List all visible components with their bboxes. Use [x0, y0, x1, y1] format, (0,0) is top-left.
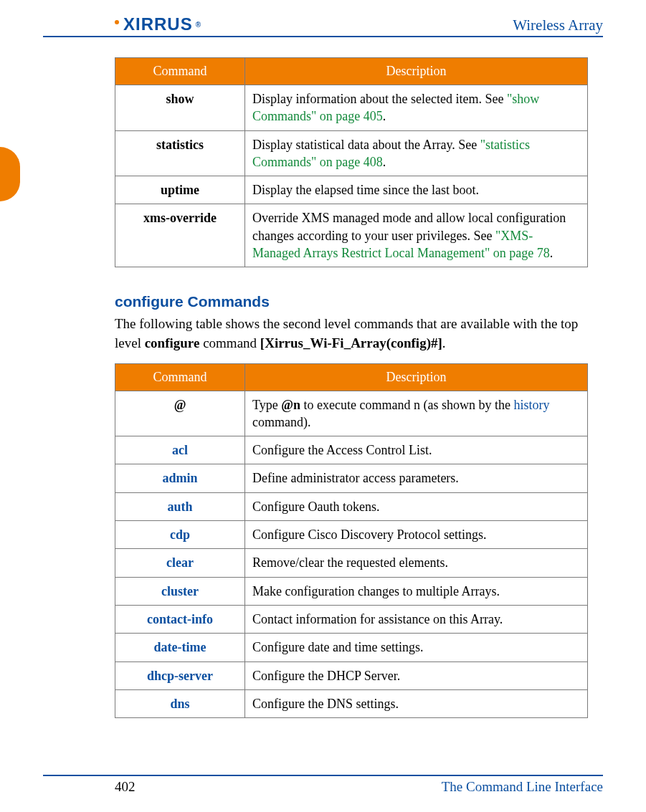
command-desc: Define administrator access parameters.	[245, 464, 588, 492]
page-header: XIRRUS ® Wireless Array	[43, 14, 603, 37]
table2-header-description: Description	[245, 363, 588, 391]
section-tab-marker	[0, 147, 20, 201]
table-row: cluster Make configuration changes to mu…	[115, 577, 588, 605]
command-desc: Configure Cisco Discovery Protocol setti…	[245, 521, 588, 549]
table-row: contact-info Contact information for ass…	[115, 605, 588, 633]
inline-link[interactable]: history	[513, 398, 549, 412]
table2-header-command: Command	[115, 363, 245, 391]
table-row: auth Configure Oauth tokens.	[115, 492, 588, 520]
command-desc: Configure the Access Control List.	[245, 436, 588, 464]
command-desc: Remove/clear the requested elements.	[245, 549, 588, 577]
command-desc: Display statistical data about the Array…	[245, 130, 588, 176]
command-name: show	[115, 85, 245, 131]
page-footer: 402 The Command Line Interface	[43, 775, 603, 795]
intro-bold: [Xirrus_Wi-Fi_Array(config)#]	[260, 335, 442, 350]
desc-text: Display statistical data about the Array…	[252, 138, 480, 152]
command-name-link[interactable]: auth	[115, 492, 245, 520]
command-desc: Override XMS managed mode and allow loca…	[245, 204, 588, 267]
registered-icon: ®	[196, 21, 201, 29]
table-row: dhcp-server Configure the DHCP Server.	[115, 661, 588, 689]
command-name: xms-override	[115, 204, 245, 267]
intro-text: .	[442, 335, 446, 350]
brand-logo: XIRRUS ®	[115, 14, 201, 34]
table-row: date-time Configure date and time settin…	[115, 634, 588, 661]
desc-text: Type	[252, 398, 281, 412]
logo-dot-icon	[115, 20, 119, 24]
desc-text: command).	[252, 415, 310, 429]
commands-table-2: Command Description @ Type @n to execute…	[115, 363, 588, 719]
command-name: statistics	[115, 130, 245, 176]
table-row: admin Define administrator access parame…	[115, 464, 588, 492]
footer-chapter-title: The Command Line Interface	[442, 779, 603, 795]
command-desc: Configure Oauth tokens.	[245, 492, 588, 520]
command-desc: Type @n to execute command n (as shown b…	[245, 391, 588, 436]
desc-text: .	[383, 109, 386, 123]
command-name-link[interactable]: cluster	[115, 577, 245, 605]
table-row: clear Remove/clear the requested element…	[115, 549, 588, 577]
command-name-link[interactable]: contact-info	[115, 605, 245, 633]
command-desc: Contact information for assistance on th…	[245, 605, 588, 633]
command-name-link[interactable]: acl	[115, 436, 245, 464]
table-row: acl Configure the Access Control List.	[115, 436, 588, 464]
section-intro: The following table shows the second lev…	[115, 315, 603, 353]
table-row: show Display information about the selec…	[115, 85, 588, 131]
desc-text: Display information about the selected i…	[252, 92, 507, 106]
command-name-link[interactable]: date-time	[115, 634, 245, 661]
section-heading: configure Commands	[115, 293, 603, 310]
desc-text: .	[550, 246, 554, 260]
command-name-link[interactable]: cdp	[115, 521, 245, 549]
table-row: @ Type @n to execute command n (as shown…	[115, 391, 588, 436]
command-name-link[interactable]: admin	[115, 464, 245, 492]
desc-text: to execute command n (as shown by the	[300, 398, 513, 412]
desc-text: .	[383, 155, 386, 169]
footer-page-number: 402	[115, 779, 136, 795]
desc-bold: @n	[281, 398, 300, 412]
page-content: Command Description show Display informa…	[43, 57, 603, 718]
table1-header-command: Command	[115, 58, 245, 85]
table-row: dns Configure the DNS settings.	[115, 689, 588, 717]
commands-table-1: Command Description show Display informa…	[115, 57, 588, 267]
command-desc: Display information about the selected i…	[245, 85, 588, 131]
page: XIRRUS ® Wireless Array Command Descript…	[0, 0, 646, 812]
command-desc: Configure date and time settings.	[245, 634, 588, 661]
command-name-link[interactable]: dns	[115, 689, 245, 717]
intro-bold: configure	[145, 335, 200, 350]
table1-header-description: Description	[245, 58, 588, 85]
command-desc: Display the elapsed time since the last …	[245, 176, 588, 204]
command-desc: Configure the DHCP Server.	[245, 661, 588, 689]
table-row: cdp Configure Cisco Discovery Protocol s…	[115, 521, 588, 549]
table-row: xms-override Override XMS managed mode a…	[115, 204, 588, 267]
logo-text: XIRRUS	[123, 14, 193, 34]
intro-text: command	[199, 335, 260, 350]
table-row: uptime Display the elapsed time since th…	[115, 176, 588, 204]
command-name-link[interactable]: dhcp-server	[115, 661, 245, 689]
command-desc: Make configuration changes to multiple A…	[245, 577, 588, 605]
header-product-name: Wireless Array	[513, 16, 603, 34]
command-desc: Configure the DNS settings.	[245, 689, 588, 717]
table-row: statistics Display statistical data abou…	[115, 130, 588, 176]
command-name-link[interactable]: clear	[115, 549, 245, 577]
command-name: uptime	[115, 176, 245, 204]
command-name: @	[115, 391, 245, 436]
